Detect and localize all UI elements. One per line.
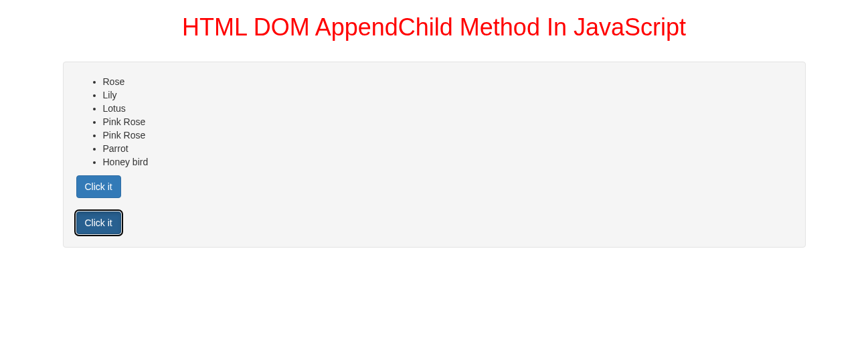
list-item: Pink Rose xyxy=(103,128,792,142)
list-item: Rose xyxy=(103,75,792,88)
click-it-button-2[interactable]: Click it xyxy=(76,211,121,234)
button-wrap-1: Click it xyxy=(76,175,792,198)
well-panel: Rose Lily Lotus Pink Rose Pink Rose Parr… xyxy=(63,62,806,248)
button-wrap-2: Click it xyxy=(76,211,792,234)
list-item: Lotus xyxy=(103,102,792,115)
container: HTML DOM AppendChild Method In JavaScrip… xyxy=(53,13,816,248)
list-item: Parrot xyxy=(103,142,792,155)
list-item: Pink Rose xyxy=(103,115,792,128)
page-title: HTML DOM AppendChild Method In JavaScrip… xyxy=(63,13,806,41)
flower-list: Rose Lily Lotus Pink Rose Pink Rose Parr… xyxy=(76,75,792,169)
list-item: Lily xyxy=(103,88,792,102)
list-item: Honey bird xyxy=(103,155,792,169)
click-it-button-1[interactable]: Click it xyxy=(76,175,121,198)
